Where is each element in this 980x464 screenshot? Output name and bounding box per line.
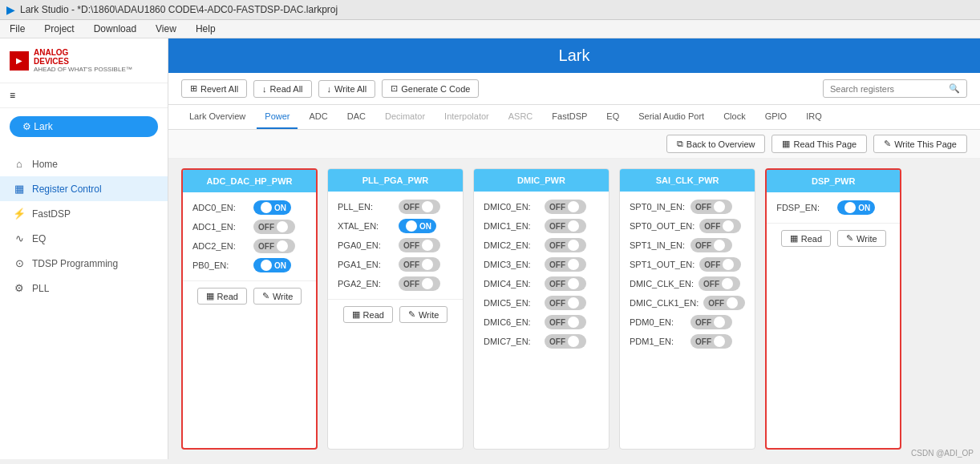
toggle-switch[interactable]: OFF xyxy=(699,276,740,291)
toggle-switch[interactable]: OFF xyxy=(690,238,732,252)
register-row: ADC0_EN:ON xyxy=(192,200,306,215)
tab-power[interactable]: Power xyxy=(257,105,298,129)
read-page-icon: ▦ xyxy=(782,139,790,149)
write-icon: ✎ xyxy=(262,291,269,301)
sidebar-item-home[interactable]: ⌂ Home xyxy=(0,151,168,176)
sidebar-item-pll[interactable]: ⚙ PLL xyxy=(0,276,168,301)
toggle-circle xyxy=(723,259,734,270)
sidebar-item-fastdsp[interactable]: ⚡ FastDSP xyxy=(0,201,168,226)
toggle-switch[interactable]: OFF xyxy=(399,276,440,291)
card-body-PLL_PGA_PWR: PLL_EN:OFFXTAL_EN:ONPGA0_EN:OFFPGA1_EN:O… xyxy=(328,192,463,299)
menu-file[interactable]: File xyxy=(6,22,28,36)
adi-logo: ▶ ANALOGDEVICES AHEAD OF WHAT'S POSSIBLE… xyxy=(10,48,158,73)
tab-clock[interactable]: Clock xyxy=(715,105,754,129)
card-header-DSP_PWR: DSP_PWR xyxy=(767,170,900,192)
menu-view[interactable]: View xyxy=(152,22,180,36)
menu-help[interactable]: Help xyxy=(192,22,219,36)
search-box[interactable]: 🔍 xyxy=(823,79,967,98)
header-title: Lark xyxy=(559,46,590,64)
register-row: SPT0_OUT_EN:OFF xyxy=(630,219,745,233)
tab-fastdsp[interactable]: FastDSP xyxy=(544,105,595,129)
toggle-switch[interactable]: OFF xyxy=(545,315,586,329)
write-this-page-button[interactable]: ✎ Write This Page xyxy=(873,135,967,153)
pll-icon: ⚙ xyxy=(13,282,26,294)
card-read-button[interactable]: ▦Read xyxy=(343,306,393,323)
tab-dac[interactable]: DAC xyxy=(339,105,374,129)
toggle-circle xyxy=(714,201,725,212)
card-write-button[interactable]: ✎Write xyxy=(837,230,885,247)
read-all-button[interactable]: ↓ Read All xyxy=(253,80,311,98)
lark-button[interactable]: ⚙ Lark xyxy=(10,116,158,137)
toggle-switch[interactable]: OFF xyxy=(545,334,586,349)
toggle-switch[interactable]: OFF xyxy=(690,334,732,349)
button-label: Read xyxy=(363,310,384,320)
register-row: DMIC_CLK1_EN:OFF xyxy=(630,296,745,310)
toggle-switch[interactable]: ON xyxy=(399,219,436,233)
card-read-button[interactable]: ▦Read xyxy=(197,288,247,305)
tab-irq[interactable]: IRQ xyxy=(798,105,830,129)
toggle-state-label: OFF xyxy=(258,223,274,232)
toggle-switch[interactable]: OFF xyxy=(399,257,440,272)
toggle-switch[interactable]: OFF xyxy=(399,238,440,252)
registers-area: ADC_DAC_HP_PWRADC0_EN:ONADC1_EN:OFFADC2_… xyxy=(168,159,980,459)
toggle-switch[interactable]: OFF xyxy=(545,219,586,233)
write-all-button[interactable]: ↓ Write All xyxy=(318,80,376,98)
toggle-state-label: ON xyxy=(274,204,286,212)
toggle-switch[interactable]: OFF xyxy=(703,296,745,310)
register-label: DMIC_CLK_EN: xyxy=(630,279,694,288)
search-input[interactable] xyxy=(830,84,946,94)
toolbar: ⊞ Revert All ↓ Read All ↓ Write All ⊡ Ge… xyxy=(168,73,980,105)
button-label: Read xyxy=(217,292,238,301)
toggle-circle xyxy=(727,297,738,309)
toggle-switch[interactable]: OFF xyxy=(699,219,741,233)
menu-project[interactable]: Project xyxy=(41,22,77,36)
read-this-page-button[interactable]: ▦ Read This Page xyxy=(771,135,867,153)
card-read-button[interactable]: ▦Read xyxy=(781,230,831,247)
read-icon: ▦ xyxy=(352,309,360,320)
register-row: ADC2_EN:OFF xyxy=(192,239,306,253)
toggle-switch[interactable]: OFF xyxy=(545,200,586,214)
generate-c-code-button[interactable]: ⊡ Generate C Code xyxy=(382,79,479,98)
tab-adc[interactable]: ADC xyxy=(301,105,335,129)
tab-lark-overview[interactable]: Lark Overview xyxy=(181,105,253,129)
register-label: FDSP_EN: xyxy=(776,203,832,212)
toggle-switch[interactable]: ON xyxy=(837,200,875,215)
toggle-switch[interactable]: OFF xyxy=(545,296,586,310)
sidebar-item-register-control[interactable]: ▦ Register Control xyxy=(0,176,168,201)
back-to-overview-button[interactable]: ⧉ Back to Overview xyxy=(666,135,766,153)
toggle-switch[interactable]: OFF xyxy=(399,200,440,214)
register-label: SPT1_IN_EN: xyxy=(630,240,686,250)
sidebar-toggle[interactable]: ≡ xyxy=(0,83,168,108)
write-icon: ✎ xyxy=(846,233,853,244)
register-label: DMIC_CLK1_EN: xyxy=(630,298,699,308)
tab-serial-audio-port[interactable]: Serial Audio Port xyxy=(630,105,712,129)
toggle-switch[interactable]: OFF xyxy=(690,200,732,214)
toggle-state-label: OFF xyxy=(695,203,711,212)
toggle-switch[interactable]: OFF xyxy=(699,257,741,272)
menu-download[interactable]: Download xyxy=(91,22,140,36)
title-bar: ▶ Lark Studio - *D:\1860\ADAU1860 CODE\4… xyxy=(0,0,980,20)
toggle-switch[interactable]: OFF xyxy=(690,315,732,329)
revert-all-button[interactable]: ⊞ Revert All xyxy=(181,79,247,98)
register-row: PDM1_EN:OFF xyxy=(630,334,745,349)
toggle-circle xyxy=(844,202,856,213)
register-row: FDSP_EN:ON xyxy=(776,200,890,215)
toggle-switch[interactable]: ON xyxy=(253,200,291,215)
toggle-switch[interactable]: OFF xyxy=(253,239,295,253)
toggle-switch[interactable]: OFF xyxy=(545,238,586,252)
toggle-circle xyxy=(422,201,433,212)
sidebar-item-tdsp[interactable]: ⊙ TDSP Programming xyxy=(0,251,168,276)
toggle-circle xyxy=(422,278,433,289)
sidebar-item-eq[interactable]: ∿ EQ xyxy=(0,226,168,251)
app-layout: ▶ ANALOGDEVICES AHEAD OF WHAT'S POSSIBLE… xyxy=(0,38,980,459)
tab-gpio[interactable]: GPIO xyxy=(757,105,796,129)
toggle-circle xyxy=(568,336,579,347)
toggle-circle xyxy=(406,220,417,232)
toggle-switch[interactable]: OFF xyxy=(253,220,295,234)
toggle-switch[interactable]: OFF xyxy=(545,276,586,291)
toggle-switch[interactable]: ON xyxy=(253,258,291,272)
card-write-button[interactable]: ✎Write xyxy=(253,288,302,305)
tab-eq[interactable]: EQ xyxy=(598,105,627,129)
toggle-switch[interactable]: OFF xyxy=(545,257,586,272)
card-write-button[interactable]: ✎Write xyxy=(399,306,447,323)
